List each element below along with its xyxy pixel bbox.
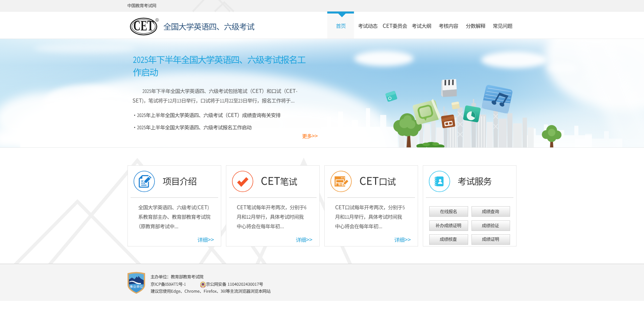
svg-text:R: R [156, 19, 158, 22]
svg-text:CET: CET [133, 18, 154, 33]
